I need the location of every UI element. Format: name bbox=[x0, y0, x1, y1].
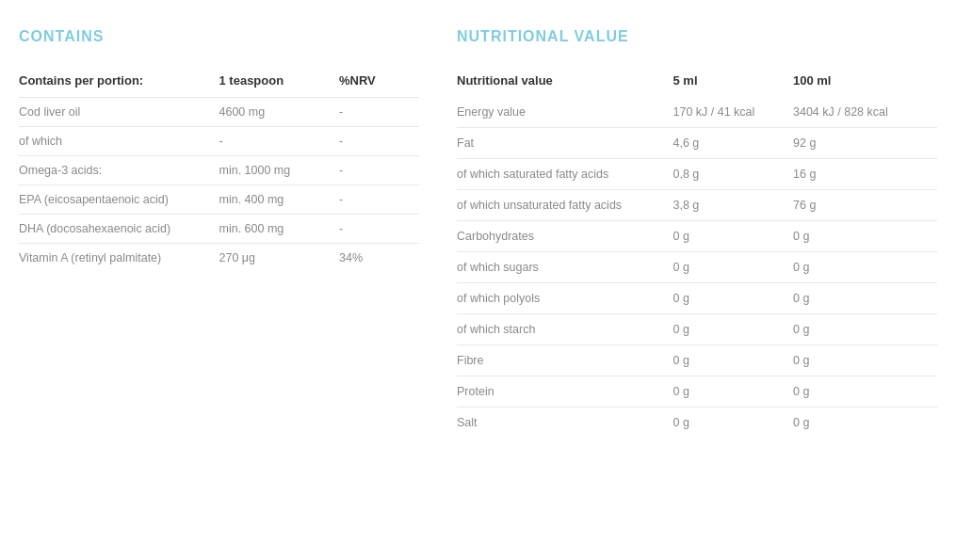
contains-row-nrv: - bbox=[339, 98, 419, 127]
nutrition-row: Energy value 170 kJ / 41 kcal 3404 kJ / … bbox=[457, 97, 937, 128]
nutrition-row-100ml: 0 g bbox=[793, 252, 937, 283]
nutrition-row-100ml: 3404 kJ / 828 kcal bbox=[793, 97, 937, 128]
contains-col3-header: %NRV bbox=[339, 68, 419, 98]
nutrition-row-100ml: 0 g bbox=[793, 283, 937, 314]
nutrition-col1-header: Nutritional value bbox=[457, 68, 673, 97]
nutrition-row-name: Protein bbox=[457, 376, 673, 408]
nutrition-row: of which polyols 0 g 0 g bbox=[457, 283, 937, 314]
nutrition-row-100ml: 76 g bbox=[793, 190, 937, 221]
contains-row-nrv: - bbox=[339, 215, 419, 244]
nutrition-row-name: of which saturated fatty acids bbox=[457, 159, 673, 190]
contains-row: Vitamin A (retinyl palmitate) 270 μg 34% bbox=[19, 244, 419, 273]
contains-row: of which - - bbox=[19, 127, 419, 156]
contains-row-name: of which bbox=[19, 127, 219, 156]
nutrition-col3-header: 100 ml bbox=[793, 68, 937, 97]
nutrition-row-100ml: 16 g bbox=[793, 159, 937, 190]
nutrition-row-100ml: 0 g bbox=[793, 314, 937, 345]
nutrition-row-name: of which unsaturated fatty acids bbox=[457, 190, 673, 221]
nutrition-row: of which unsaturated fatty acids 3,8 g 7… bbox=[457, 190, 937, 221]
nutrition-row-name: of which starch bbox=[457, 314, 673, 345]
contains-row-amount: min. 600 mg bbox=[219, 215, 340, 244]
nutrition-row-5ml: 0,8 g bbox=[673, 159, 794, 190]
nutrition-row-name: of which polyols bbox=[457, 283, 673, 314]
nutrition-panel: NUTRITIONAL VALUE Nutritional value 5 ml… bbox=[457, 28, 937, 438]
contains-row-amount: 270 μg bbox=[219, 244, 340, 273]
contains-row-name: Vitamin A (retinyl palmitate) bbox=[19, 244, 219, 273]
nutrition-row-name: Carbohydrates bbox=[457, 221, 673, 252]
contains-row-amount: min. 400 mg bbox=[219, 185, 340, 215]
nutrition-row-100ml: 0 g bbox=[793, 221, 937, 252]
nutrition-row-5ml: 0 g bbox=[673, 345, 794, 376]
contains-panel: CONTAINS Contains per portion: 1 teaspoo… bbox=[19, 28, 419, 438]
contains-title: CONTAINS bbox=[19, 28, 419, 45]
contains-row-name: EPA (eicosapentaenoic acid) bbox=[19, 185, 219, 215]
contains-row-nrv: - bbox=[339, 156, 419, 185]
nutrition-title: NUTRITIONAL VALUE bbox=[457, 28, 937, 45]
nutrition-row-100ml: 0 g bbox=[793, 408, 937, 439]
nutrition-row: Salt 0 g 0 g bbox=[457, 408, 937, 439]
nutrition-row-name: Fat bbox=[457, 128, 673, 159]
contains-row-name: Cod liver oil bbox=[19, 98, 219, 127]
nutrition-row-5ml: 0 g bbox=[673, 376, 794, 408]
nutrition-row-name: Energy value bbox=[457, 97, 673, 128]
contains-table: Contains per portion: 1 teaspoon %NRV Co… bbox=[19, 68, 419, 272]
nutrition-row-5ml: 0 g bbox=[673, 252, 794, 283]
nutrition-row: of which starch 0 g 0 g bbox=[457, 314, 937, 345]
contains-row: EPA (eicosapentaenoic acid) min. 400 mg … bbox=[19, 185, 419, 215]
nutrition-row: Carbohydrates 0 g 0 g bbox=[457, 221, 937, 252]
contains-row: DHA (docosahexaenoic acid) min. 600 mg - bbox=[19, 215, 419, 244]
nutrition-row: of which saturated fatty acids 0,8 g 16 … bbox=[457, 159, 937, 190]
nutrition-row-5ml: 3,8 g bbox=[673, 190, 794, 221]
nutrition-row-5ml: 4,6 g bbox=[673, 128, 794, 159]
nutrition-table: Nutritional value 5 ml 100 ml Energy val… bbox=[457, 68, 937, 438]
nutrition-row: of which sugars 0 g 0 g bbox=[457, 252, 937, 283]
contains-row-amount: - bbox=[219, 127, 340, 156]
nutrition-row: Fibre 0 g 0 g bbox=[457, 345, 937, 376]
contains-row-nrv: - bbox=[339, 185, 419, 215]
nutrition-row-5ml: 170 kJ / 41 kcal bbox=[673, 97, 794, 128]
nutrition-row: Fat 4,6 g 92 g bbox=[457, 128, 937, 159]
contains-row: Omega-3 acids: min. 1000 mg - bbox=[19, 156, 419, 185]
contains-col2-header: 1 teaspoon bbox=[219, 68, 340, 98]
nutrition-row-100ml: 0 g bbox=[793, 345, 937, 376]
contains-row-name: Omega-3 acids: bbox=[19, 156, 219, 185]
contains-row-amount: 4600 mg bbox=[219, 98, 340, 127]
nutrition-row-5ml: 0 g bbox=[673, 283, 794, 314]
page-wrapper: CONTAINS Contains per portion: 1 teaspoo… bbox=[19, 28, 937, 438]
contains-row-amount: min. 1000 mg bbox=[219, 156, 340, 185]
nutrition-row-100ml: 92 g bbox=[793, 128, 937, 159]
contains-row-name: DHA (docosahexaenoic acid) bbox=[19, 215, 219, 244]
contains-row-nrv: - bbox=[339, 127, 419, 156]
nutrition-row-name: Salt bbox=[457, 408, 673, 439]
nutrition-row-5ml: 0 g bbox=[673, 221, 794, 252]
nutrition-row-100ml: 0 g bbox=[793, 376, 937, 408]
contains-row-nrv: 34% bbox=[339, 244, 419, 273]
nutrition-row-5ml: 0 g bbox=[673, 314, 794, 345]
contains-col1-header: Contains per portion: bbox=[19, 68, 219, 98]
nutrition-header-row: Nutritional value 5 ml 100 ml bbox=[457, 68, 937, 97]
nutrition-row: Protein 0 g 0 g bbox=[457, 376, 937, 408]
nutrition-col2-header: 5 ml bbox=[673, 68, 794, 97]
contains-header-row: Contains per portion: 1 teaspoon %NRV bbox=[19, 68, 419, 98]
contains-row: Cod liver oil 4600 mg - bbox=[19, 98, 419, 127]
nutrition-row-name: Fibre bbox=[457, 345, 673, 376]
nutrition-row-5ml: 0 g bbox=[673, 408, 794, 439]
nutrition-row-name: of which sugars bbox=[457, 252, 673, 283]
